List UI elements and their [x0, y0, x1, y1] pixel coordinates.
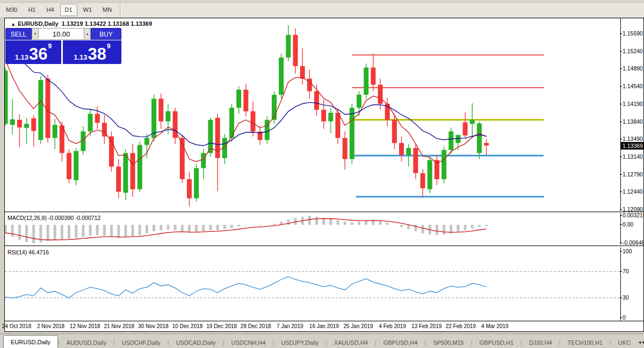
rsi-axis-label: 70	[623, 268, 629, 274]
one-click-trading-widget: SELL ▼ 10.00 ▲ BUY 1.13 36 9 1.13 38 9	[5, 28, 121, 64]
pane-divider[interactable]	[5, 211, 643, 213]
date-axis[interactable]: 24 Oct 20182 Nov 201812 Nov 201821 Nov 2…	[5, 322, 620, 331]
date-axis-label: 13 Feb 2019	[411, 323, 442, 329]
buy-button[interactable]: BUY	[91, 28, 121, 40]
chart-tab-eurusd[interactable]: EURUSD,Daily	[3, 335, 58, 348]
macd-axis-label: -0.006485	[623, 239, 644, 246]
ask-price-main: 38	[88, 46, 106, 62]
bid-price-panel[interactable]: 1.13 36 9	[5, 40, 61, 64]
candle	[371, 53, 375, 91]
bid-price-main: 36	[29, 46, 47, 62]
date-axis-label: 25 Jan 2019	[343, 323, 373, 329]
candle	[151, 95, 156, 141]
candle	[31, 115, 36, 146]
chart-tab-xauusd[interactable]: XAUUSD,H4	[327, 337, 375, 348]
candle	[236, 86, 241, 113]
ask-price-panel[interactable]: 1.13 38 9	[63, 40, 121, 64]
candle	[307, 69, 312, 98]
candle	[109, 131, 114, 172]
chart-tab-sp500[interactable]: SP500,M15	[426, 337, 471, 348]
timeframe-button-w1[interactable]: W1	[78, 4, 97, 16]
price-axis-label: 1.13140	[623, 153, 643, 160]
rsi-label: RSI(14) 46.4716	[8, 249, 49, 255]
date-axis-label: 21 Nov 2018	[104, 323, 134, 329]
price-axis-label: 1.15240	[623, 48, 643, 54]
rsi-chart[interactable]	[5, 247, 620, 321]
chart-tab-gbpusd[interactable]: GBPUSD,H4	[377, 337, 425, 348]
candle	[392, 115, 397, 149]
candle	[279, 53, 284, 98]
rsi-indicator-pane[interactable]	[5, 247, 621, 321]
candle	[243, 84, 248, 117]
timeframe-button-mn[interactable]: MN	[98, 4, 117, 16]
candle	[38, 76, 43, 144]
collapse-arrow-icon[interactable]: ▲	[11, 22, 16, 27]
timeframe-button-h1[interactable]: H1	[23, 4, 40, 16]
tab-scroll-right-icon[interactable]: ►	[642, 338, 644, 347]
chart-tab-usdcad[interactable]: USDCAD,Daily	[169, 337, 223, 348]
volume-increase-button[interactable]: ▲	[84, 28, 91, 40]
chart-tab-gbpusd[interactable]: GBPUSD,H1	[472, 337, 520, 348]
candle	[74, 148, 78, 185]
candle	[158, 94, 163, 129]
chart-tab-usdjpy[interactable]: USDJPY,Daily	[274, 337, 326, 348]
date-axis-label: 7 Jan 2019	[277, 323, 303, 329]
price-axis-label: 1.13490	[623, 136, 643, 142]
timeframe-button-m30[interactable]: M30	[1, 4, 22, 16]
rsi-axis-label: 0	[623, 314, 626, 321]
candle	[222, 134, 227, 164]
candle	[328, 108, 333, 133]
candle	[484, 139, 489, 155]
candle	[102, 115, 107, 144]
chart-tab-audusd[interactable]: AUDUSD,Daily	[60, 337, 113, 348]
candle	[265, 116, 270, 144]
chart-header: ▲EURUSD,Daily 1.13219 1.13422 1.13168 1.…	[11, 20, 152, 27]
candle	[138, 141, 142, 191]
candle	[477, 122, 482, 159]
candle	[215, 114, 220, 191]
tab-scroll-left-icon[interactable]: ◄	[638, 338, 642, 347]
candle	[258, 126, 263, 145]
timeframe-button-d1[interactable]: D1	[60, 4, 77, 16]
candle	[335, 109, 340, 144]
candle	[413, 144, 418, 179]
timeframe-button-h4[interactable]: H4	[41, 4, 59, 16]
ask-price-pip: 9	[107, 42, 111, 50]
date-axis-label: 30 Nov 2018	[138, 323, 169, 329]
volume-input[interactable]: 10.00	[39, 28, 84, 40]
mt4-application-window: M30H1H4D1W1MN ▲EURUSD,Daily 1.13219 1.13…	[0, 0, 644, 348]
price-axis-label: 1.12790	[623, 171, 643, 177]
chart-tab-usdcnh[interactable]: USDCNH,H4	[224, 337, 272, 348]
candle	[201, 149, 206, 179]
sell-button[interactable]: SELL	[5, 28, 32, 40]
price-axis-label: 1.12440	[623, 188, 643, 195]
timeframe-toolbar: M30H1H4D1W1MN	[0, 3, 644, 17]
bid-price-prefix: 1.13	[15, 53, 28, 61]
candle	[250, 101, 255, 136]
candle	[60, 122, 64, 162]
date-axis-label: 10 Dec 2018	[172, 323, 203, 329]
candle	[399, 137, 404, 162]
chart-tab-ukc[interactable]: UKC	[611, 337, 638, 348]
rsi-line	[5, 277, 487, 298]
candle	[187, 172, 192, 206]
chart-ohlc-values: 1.13219 1.13422 1.13168 1.13369	[62, 20, 152, 27]
pane-divider[interactable]	[5, 245, 643, 247]
price-axis-label: 1.14540	[623, 83, 643, 89]
candle	[53, 119, 57, 149]
volume-decrease-button[interactable]: ▼	[32, 28, 39, 40]
toolbar-separator	[120, 4, 122, 16]
macd-axis-label: 0.00	[623, 221, 633, 228]
candle	[194, 164, 199, 202]
chart-tab-usdchf[interactable]: USDCHF,Daily	[115, 337, 168, 348]
candle	[67, 149, 71, 183]
candle	[448, 128, 453, 154]
rsi-axis-label: 100	[623, 248, 632, 254]
date-axis-label: 19 Dec 2018	[206, 323, 237, 329]
current-price-tag: 1.13369	[621, 142, 644, 150]
candle	[10, 99, 15, 134]
chart-tab-dj30[interactable]: DJ30,H4	[522, 337, 559, 348]
candle	[385, 98, 390, 126]
chart-tab-tech100[interactable]: TECH100,H1	[561, 337, 610, 348]
candle	[293, 29, 298, 74]
